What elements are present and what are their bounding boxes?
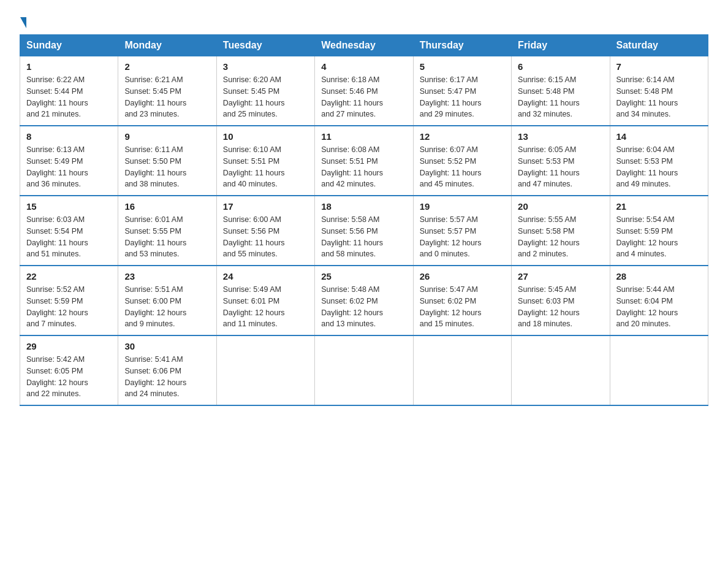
day-number: 6 — [518, 61, 603, 72]
day-number: 18 — [321, 201, 406, 212]
day-info: Sunrise: 5:45 AMSunset: 6:03 PMDaylight:… — [518, 284, 603, 330]
day-info: Sunrise: 6:13 AMSunset: 5:49 PMDaylight:… — [26, 144, 112, 190]
day-number: 16 — [124, 201, 210, 212]
day-info: Sunrise: 6:20 AMSunset: 5:45 PMDaylight:… — [223, 74, 308, 120]
calendar-day-cell — [610, 335, 708, 405]
day-number: 28 — [616, 271, 702, 282]
calendar-day-cell: 20 Sunrise: 5:55 AMSunset: 5:58 PMDaylig… — [512, 196, 610, 266]
day-info: Sunrise: 6:03 AMSunset: 5:54 PMDaylight:… — [26, 214, 112, 260]
day-number: 3 — [223, 61, 308, 72]
calendar-day-cell: 5 Sunrise: 6:17 AMSunset: 5:47 PMDayligh… — [413, 56, 511, 126]
weekday-header-row: SundayMondayTuesdayWednesdayThursdayFrid… — [20, 35, 708, 56]
day-info: Sunrise: 6:11 AMSunset: 5:50 PMDaylight:… — [124, 144, 210, 190]
calendar-day-cell: 11 Sunrise: 6:08 AMSunset: 5:51 PMDaylig… — [315, 126, 413, 196]
day-number: 4 — [321, 61, 406, 72]
day-number: 9 — [124, 131, 210, 142]
day-info: Sunrise: 5:48 AMSunset: 6:02 PMDaylight:… — [321, 284, 406, 330]
day-number: 30 — [124, 341, 210, 351]
calendar-day-cell: 21 Sunrise: 5:54 AMSunset: 5:59 PMDaylig… — [610, 196, 708, 266]
calendar-day-cell: 25 Sunrise: 5:48 AMSunset: 6:02 PMDaylig… — [315, 266, 413, 335]
day-info: Sunrise: 5:51 AMSunset: 6:00 PMDaylight:… — [124, 284, 210, 330]
calendar-day-cell: 18 Sunrise: 5:58 AMSunset: 5:56 PMDaylig… — [315, 196, 413, 266]
day-number: 5 — [420, 61, 505, 72]
day-number: 1 — [26, 61, 112, 72]
day-info: Sunrise: 6:04 AMSunset: 5:53 PMDaylight:… — [616, 144, 702, 190]
day-info: Sunrise: 6:10 AMSunset: 5:51 PMDaylight:… — [223, 144, 308, 190]
day-info: Sunrise: 5:54 AMSunset: 5:59 PMDaylight:… — [616, 214, 702, 260]
day-info: Sunrise: 5:41 AMSunset: 6:06 PMDaylight:… — [124, 354, 210, 400]
day-info: Sunrise: 6:21 AMSunset: 5:45 PMDaylight:… — [124, 74, 210, 120]
calendar-day-cell: 12 Sunrise: 6:07 AMSunset: 5:52 PMDaylig… — [413, 126, 511, 196]
day-info: Sunrise: 5:47 AMSunset: 6:02 PMDaylight:… — [420, 284, 505, 330]
day-number: 25 — [321, 271, 406, 282]
day-number: 26 — [420, 271, 505, 282]
day-number: 29 — [26, 341, 112, 351]
calendar-day-cell: 28 Sunrise: 5:44 AMSunset: 6:04 PMDaylig… — [610, 266, 708, 335]
day-number: 7 — [616, 61, 702, 72]
calendar-header: SundayMondayTuesdayWednesdayThursdayFrid… — [20, 35, 708, 56]
calendar-day-cell: 30 Sunrise: 5:41 AMSunset: 6:06 PMDaylig… — [118, 335, 216, 405]
calendar-day-cell: 29 Sunrise: 5:42 AMSunset: 6:05 PMDaylig… — [20, 335, 118, 405]
calendar-day-cell: 7 Sunrise: 6:14 AMSunset: 5:48 PMDayligh… — [610, 56, 708, 126]
weekday-header-friday: Friday — [512, 35, 610, 56]
calendar-day-cell: 9 Sunrise: 6:11 AMSunset: 5:50 PMDayligh… — [118, 126, 216, 196]
weekday-header-thursday: Thursday — [413, 35, 511, 56]
day-info: Sunrise: 6:18 AMSunset: 5:46 PMDaylight:… — [321, 74, 406, 120]
calendar-week-row: 15 Sunrise: 6:03 AMSunset: 5:54 PMDaylig… — [20, 196, 708, 266]
day-info: Sunrise: 6:07 AMSunset: 5:52 PMDaylight:… — [420, 144, 505, 190]
calendar-week-row: 29 Sunrise: 5:42 AMSunset: 6:05 PMDaylig… — [20, 335, 708, 405]
calendar-day-cell: 3 Sunrise: 6:20 AMSunset: 5:45 PMDayligh… — [216, 56, 314, 126]
calendar-day-cell: 24 Sunrise: 5:49 AMSunset: 6:01 PMDaylig… — [216, 266, 314, 335]
calendar-table: SundayMondayTuesdayWednesdayThursdayFrid… — [20, 34, 708, 406]
calendar-day-cell: 13 Sunrise: 6:05 AMSunset: 5:53 PMDaylig… — [512, 126, 610, 196]
day-info: Sunrise: 6:01 AMSunset: 5:55 PMDaylight:… — [124, 214, 210, 260]
calendar-day-cell: 2 Sunrise: 6:21 AMSunset: 5:45 PMDayligh… — [118, 56, 216, 126]
calendar-day-cell: 22 Sunrise: 5:52 AMSunset: 5:59 PMDaylig… — [20, 266, 118, 335]
day-number: 13 — [518, 131, 603, 142]
calendar-week-row: 8 Sunrise: 6:13 AMSunset: 5:49 PMDayligh… — [20, 126, 708, 196]
day-number: 8 — [26, 131, 112, 142]
day-info: Sunrise: 6:05 AMSunset: 5:53 PMDaylight:… — [518, 144, 603, 190]
page-header — [20, 15, 708, 28]
logo-arrow-icon — [20, 17, 26, 28]
calendar-body: 1 Sunrise: 6:22 AMSunset: 5:44 PMDayligh… — [20, 56, 708, 406]
weekday-header-saturday: Saturday — [610, 35, 708, 56]
day-number: 21 — [616, 201, 702, 212]
day-number: 24 — [223, 271, 308, 282]
day-info: Sunrise: 6:15 AMSunset: 5:48 PMDaylight:… — [518, 74, 603, 120]
calendar-week-row: 22 Sunrise: 5:52 AMSunset: 5:59 PMDaylig… — [20, 266, 708, 335]
day-info: Sunrise: 5:44 AMSunset: 6:04 PMDaylight:… — [616, 284, 702, 330]
calendar-day-cell: 4 Sunrise: 6:18 AMSunset: 5:46 PMDayligh… — [315, 56, 413, 126]
day-info: Sunrise: 5:58 AMSunset: 5:56 PMDaylight:… — [321, 214, 406, 260]
weekday-header-sunday: Sunday — [20, 35, 118, 56]
calendar-day-cell: 17 Sunrise: 6:00 AMSunset: 5:56 PMDaylig… — [216, 196, 314, 266]
day-info: Sunrise: 5:57 AMSunset: 5:57 PMDaylight:… — [420, 214, 505, 260]
calendar-day-cell: 15 Sunrise: 6:03 AMSunset: 5:54 PMDaylig… — [20, 196, 118, 266]
day-info: Sunrise: 5:42 AMSunset: 6:05 PMDaylight:… — [26, 354, 112, 400]
calendar-day-cell: 10 Sunrise: 6:10 AMSunset: 5:51 PMDaylig… — [216, 126, 314, 196]
weekday-header-monday: Monday — [118, 35, 216, 56]
day-info: Sunrise: 6:00 AMSunset: 5:56 PMDaylight:… — [223, 214, 308, 260]
day-number: 15 — [26, 201, 112, 212]
day-number: 14 — [616, 131, 702, 142]
calendar-day-cell — [512, 335, 610, 405]
calendar-day-cell — [216, 335, 314, 405]
day-number: 20 — [518, 201, 603, 212]
calendar-day-cell: 26 Sunrise: 5:47 AMSunset: 6:02 PMDaylig… — [413, 266, 511, 335]
day-number: 19 — [420, 201, 505, 212]
weekday-header-wednesday: Wednesday — [315, 35, 413, 56]
calendar-day-cell: 19 Sunrise: 5:57 AMSunset: 5:57 PMDaylig… — [413, 196, 511, 266]
day-info: Sunrise: 6:14 AMSunset: 5:48 PMDaylight:… — [616, 74, 702, 120]
day-number: 22 — [26, 271, 112, 282]
day-number: 11 — [321, 131, 406, 142]
day-number: 2 — [124, 61, 210, 72]
calendar-day-cell: 1 Sunrise: 6:22 AMSunset: 5:44 PMDayligh… — [20, 56, 118, 126]
day-info: Sunrise: 6:22 AMSunset: 5:44 PMDaylight:… — [26, 74, 112, 120]
day-info: Sunrise: 6:17 AMSunset: 5:47 PMDaylight:… — [420, 74, 505, 120]
calendar-week-row: 1 Sunrise: 6:22 AMSunset: 5:44 PMDayligh… — [20, 56, 708, 126]
calendar-day-cell: 23 Sunrise: 5:51 AMSunset: 6:00 PMDaylig… — [118, 266, 216, 335]
calendar-day-cell: 8 Sunrise: 6:13 AMSunset: 5:49 PMDayligh… — [20, 126, 118, 196]
calendar-day-cell: 27 Sunrise: 5:45 AMSunset: 6:03 PMDaylig… — [512, 266, 610, 335]
day-number: 10 — [223, 131, 308, 142]
weekday-header-tuesday: Tuesday — [216, 35, 314, 56]
